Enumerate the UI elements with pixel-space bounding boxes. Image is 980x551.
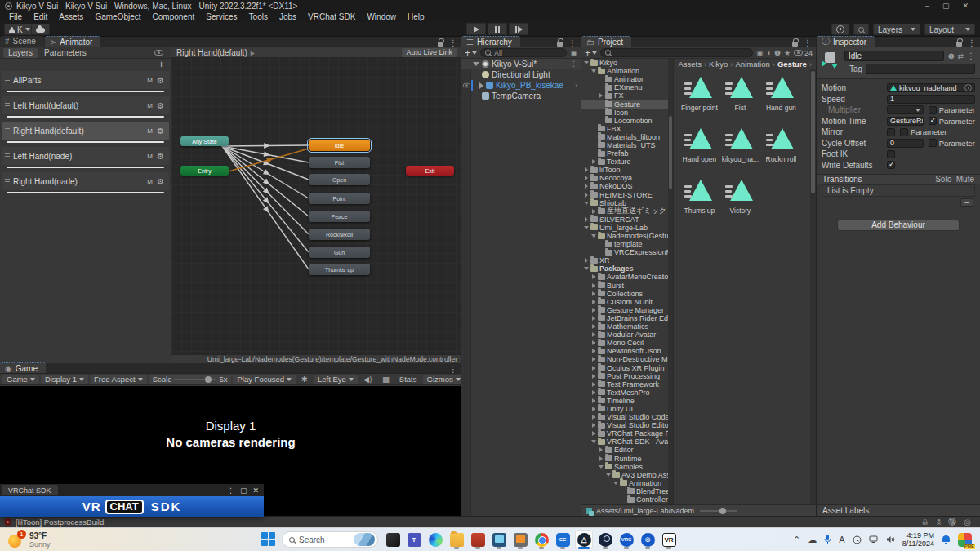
prefab-open-chevron[interactable]: › <box>575 82 581 90</box>
step-button[interactable] <box>509 23 528 35</box>
folder-modular-avatar[interactable]: Modular Avatar <box>581 331 673 339</box>
state-node-peace[interactable]: Peace <box>309 211 370 222</box>
vrcsdk-close-icon[interactable]: ✕ <box>252 487 259 495</box>
folder-test-framework[interactable]: Test Framework <box>581 380 673 389</box>
metrics-icon[interactable]: ▦ <box>378 375 394 384</box>
folder-packages[interactable]: Packages <box>581 264 673 273</box>
vrc-app2-icon[interactable]: ◎ <box>639 530 657 549</box>
game-display-1-dropdown[interactable]: Display 1 <box>41 375 88 384</box>
search-by-label-icon[interactable]: ◖ <box>766 49 770 57</box>
bug-icon[interactable]: ✱ <box>297 375 312 384</box>
menu-tools[interactable]: Tools <box>243 12 274 21</box>
folder-gesture-manager[interactable]: Gesture Manager <box>581 306 673 314</box>
folder-template[interactable]: template <box>581 240 673 248</box>
pause-button[interactable] <box>488 23 507 35</box>
hierarchy-search-input[interactable]: All <box>480 48 567 57</box>
taskbar-search[interactable]: Search <box>282 531 378 548</box>
folder-oculus-xr-plugin[interactable]: Oculus XR Plugin <box>581 363 673 371</box>
breadcrumb-layer-name[interactable]: Right Hand(default) <box>176 48 247 57</box>
animator-layer-left-hand-nade-[interactable]: Left Hand(nade)M⚙ <box>2 147 169 165</box>
folder-samples[interactable]: Samples <box>581 463 673 471</box>
breadcrumb-kikyo[interactable]: Kikyo <box>709 60 728 69</box>
panel-menu-icon[interactable]: ⋮ <box>568 39 577 47</box>
parameter-checkbox[interactable] <box>929 139 937 147</box>
grid-scrollbar[interactable] <box>810 69 816 504</box>
animator-layer-left-hand-default-[interactable]: Left Hand(default)M⚙ <box>2 96 169 114</box>
folder-animation[interactable]: Animation <box>581 479 673 487</box>
layer-mute-toggle[interactable]: M <box>147 127 153 135</box>
notification-bell-icon[interactable] <box>942 535 951 544</box>
parameter-checkbox[interactable] <box>929 117 937 125</box>
parameter-checkbox[interactable] <box>900 128 908 136</box>
hidden-count-eye-icon[interactable] <box>794 50 803 56</box>
asset-thums-up[interactable]: Thums up <box>679 177 719 226</box>
desktop-app-icon[interactable] <box>384 530 402 549</box>
animator-layer-allparts[interactable]: AllPartsM⚙ <box>2 71 169 89</box>
folder-kikyo[interactable]: Kikyo <box>581 59 673 67</box>
folder-editor[interactable]: Editor <box>581 446 673 454</box>
layer-mute-toggle[interactable]: M <box>147 178 153 185</box>
asset-rockn-roll[interactable]: Rockn roll <box>760 126 801 175</box>
weather-widget[interactable]: 1 93°F Sunny <box>0 531 98 549</box>
hierarchy-item-directional-light[interactable]: Directional Light <box>461 69 581 80</box>
project-search-input[interactable] <box>600 48 753 57</box>
favorites-star-icon[interactable]: ★ <box>784 49 791 57</box>
layer-settings-gear-icon[interactable]: ⚙ <box>157 101 164 110</box>
alert-icon[interactable]: ❶ <box>774 49 781 57</box>
tab-game[interactable]: ◉Game <box>0 362 46 373</box>
play-button[interactable] <box>466 23 486 35</box>
folder-fx[interactable]: FX <box>581 91 673 100</box>
asset-kikyou-na-[interactable]: kikyou_na... <box>719 126 760 175</box>
hierarchy-create-button[interactable]: + <box>465 47 477 59</box>
folder-non-destructive-modu[interactable]: Non-Destructive Modu <box>581 355 673 363</box>
panel-menu-icon[interactable]: ⋮ <box>449 366 457 373</box>
hierarchy-item-kikyo-v-sui-[interactable]: Kikyo V-Sui*⋮ <box>461 59 581 69</box>
alerts-muted-icon[interactable]: 🕲 <box>948 518 956 527</box>
menu-assets[interactable]: Assets <box>53 12 89 21</box>
folder-visual-studio-code-edi[interactable]: Visual Studio Code Edi <box>581 413 673 421</box>
folder-controllers[interactable]: Controllers <box>581 495 673 504</box>
auto-live-link-button[interactable]: Auto Live Link <box>402 48 457 57</box>
folder-avatarmenucreatorfor[interactable]: AvatarMenuCreatorFor <box>581 273 673 281</box>
state-node-gun[interactable]: Gun <box>309 247 370 258</box>
clock-sync-icon[interactable] <box>853 535 862 544</box>
hierarchy-item-kikyo-pb-kisekae[interactable]: Kikyo_PB_kisekae› <box>461 80 581 91</box>
taskbar-clock[interactable]: 4:19 PM 8/11/2024 <box>902 531 934 548</box>
folder-custom-nunit[interactable]: Custom NUnit <box>581 298 673 306</box>
folder-animator[interactable]: Animator <box>581 75 673 83</box>
layer-mute-toggle[interactable]: M <box>147 77 153 84</box>
folder-burst[interactable]: Burst <box>581 282 673 290</box>
state-node-open[interactable]: Open <box>309 174 370 185</box>
chrome-icon[interactable] <box>532 530 550 549</box>
vrchat-sdk-window[interactable]: VRChat SDK ⋮ ▢ ✕ VR CHAT SDK <box>0 484 264 517</box>
cloud-services-button[interactable] <box>31 24 50 35</box>
state-node-point[interactable]: Point <box>309 193 370 204</box>
folder-blendtrees[interactable]: BlendTrees <box>581 487 673 495</box>
vrchat-icon[interactable]: VR <box>660 530 678 549</box>
steam-icon[interactable] <box>596 530 614 549</box>
presets-icon[interactable]: ⇄ <box>957 52 964 60</box>
panel-menu-icon[interactable]: ⋮ <box>449 39 457 47</box>
game-play-focused-dropdown[interactable]: Play Focused <box>233 375 296 384</box>
select-field[interactable] <box>887 105 924 114</box>
monitor-blue-icon[interactable] <box>490 530 508 549</box>
folder-necocoya[interactable]: Necocoya <box>581 174 673 182</box>
onedrive-icon[interactable]: ☁ <box>808 535 817 545</box>
minimize-button[interactable]: – <box>925 2 929 10</box>
network-icon[interactable] <box>869 535 879 544</box>
folder-runtime[interactable]: Runtime <box>581 455 673 463</box>
state-node-rocknroll[interactable]: RockNRoll <box>309 229 370 240</box>
asset-labels-bar[interactable]: Asset Labels <box>817 504 980 516</box>
component-menu-icon[interactable]: ⋮ <box>967 52 975 60</box>
menu-component[interactable]: Component <box>147 12 201 21</box>
watch-eye-icon[interactable] <box>154 50 163 56</box>
graph-canvas[interactable]: Any StateEntryIdleFistOpenPointPeaceRock… <box>172 58 461 355</box>
speaker-icon[interactable] <box>886 535 895 544</box>
tab-scene[interactable]: #Scene <box>0 36 44 47</box>
monitor-orange-icon[interactable] <box>511 530 529 549</box>
search-by-type-icon[interactable]: ▣ <box>756 49 764 57</box>
folder-collections[interactable]: Collections <box>581 290 673 298</box>
tree-scrollbar[interactable] <box>668 59 673 504</box>
lock-icon[interactable] <box>792 42 798 47</box>
object-field[interactable]: kikyou_nadehand <box>887 83 975 92</box>
